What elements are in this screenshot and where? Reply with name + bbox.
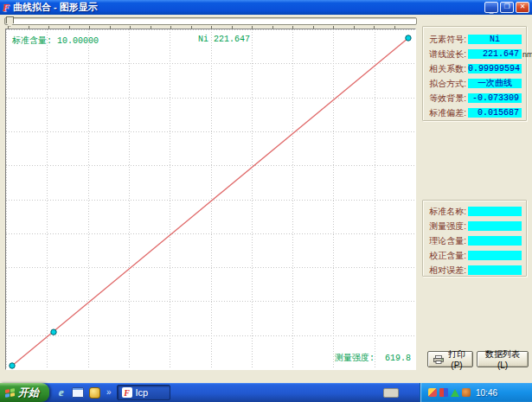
field-row-fit-method: 拟合方式: 一次曲线 <box>423 76 526 91</box>
data-list-button-label: 数据列表(L) <box>483 348 522 370</box>
theoretical-content-value <box>468 236 522 246</box>
quicklaunch-ie-icon[interactable]: e <box>55 386 67 399</box>
app-icon: F <box>3 3 10 13</box>
window-title: 曲线拟合 - 图形显示 <box>13 1 98 14</box>
chart-grid <box>6 29 415 369</box>
maximize-icon: ❐ <box>503 3 510 10</box>
tray-icon-1[interactable] <box>428 388 437 397</box>
field-row-element-symbol: 元素符号: Ni <box>423 32 526 47</box>
field-label: 等效背景: <box>426 93 466 105</box>
start-button[interactable]: 开始 <box>0 383 49 402</box>
field-row-corrected-content: 校正含量: <box>423 248 526 263</box>
field-row-measured-intensity: 测量强度: <box>423 219 526 233</box>
chart-label-element-line: Ni 221.647 <box>198 35 250 44</box>
sample-info-groupbox: 标准名称: 测量强度: 理论含量: 校正含量: 相对误差: <box>422 200 527 277</box>
std-deviation-value: 0.015687 <box>468 108 522 118</box>
fit-info-groupbox: 元素符号: Ni 谱线波长: 221.647 nm 相关系数: 0.999995… <box>422 26 527 121</box>
chart-area[interactable]: 标准含量: 10.00000 Ni 221.647 测量强度: 619.8 <box>5 29 416 370</box>
field-row-std-deviation: 标准偏差: 0.015687 <box>423 105 526 120</box>
wavelength-value: 221.647 <box>468 49 522 59</box>
field-row-wavelength: 谱线波长: 221.647 nm <box>423 47 526 61</box>
task-app-icon: F <box>122 387 132 398</box>
quicklaunch-desktop-icon[interactable] <box>72 386 84 399</box>
fit-method-value: 一次曲线 <box>468 79 522 88</box>
tray-icon-4[interactable] <box>462 388 471 397</box>
chart-label-measured-intensity: 测量强度: 619.8 <box>335 352 411 364</box>
data-point-marker[interactable] <box>406 35 411 41</box>
quicklaunch-app-icon[interactable] <box>88 386 100 399</box>
field-label: 元素符号: <box>426 34 466 46</box>
close-button[interactable]: ✕ <box>516 2 529 13</box>
data-point-marker[interactable] <box>10 363 15 368</box>
field-label: 理论含量: <box>426 235 466 247</box>
field-row-standard-name: 标准名称: <box>423 204 526 219</box>
tray-icon-2[interactable] <box>439 388 448 397</box>
wavelength-unit: nm <box>522 50 532 59</box>
print-button[interactable]: 打印(P) <box>427 351 473 367</box>
screen: F 曲线拟合 - 图形显示 _ ❐ ✕ 标准含量: 10.00000 Ni 22… <box>0 0 532 402</box>
tray-icon-3[interactable] <box>451 389 459 397</box>
maximize-button[interactable]: ❐ <box>500 2 514 13</box>
field-label: 标准偏差: <box>426 107 466 119</box>
minimize-icon: _ <box>490 7 493 14</box>
taskbar: 开始 e » F Icp 10:46 <box>0 383 532 402</box>
data-point-marker[interactable] <box>51 329 56 335</box>
data-list-button[interactable]: 数据列表(L) <box>477 351 529 367</box>
task-button-icp[interactable]: F Icp <box>117 385 170 400</box>
field-row-background: 等效背景: -0.073309 <box>423 91 526 105</box>
task-button-label: Icp <box>136 387 149 398</box>
print-button-label: 打印(P) <box>446 348 467 370</box>
zoom-slider[interactable] <box>4 16 417 29</box>
element-symbol-value: Ni <box>468 35 522 44</box>
field-label: 相对误差: <box>426 265 466 277</box>
chart-label-standard-content: 标准含量: 10.00000 <box>12 35 99 47</box>
slider-track[interactable] <box>4 17 417 25</box>
field-label: 标准名称: <box>426 206 466 218</box>
field-row-correlation: 相关系数: 0.99999594 <box>423 61 526 76</box>
field-label: 拟合方式: <box>426 78 466 90</box>
quick-launch-bar: e <box>49 386 105 399</box>
measured-intensity-value <box>468 221 522 231</box>
field-label: 相关系数: <box>426 63 466 75</box>
field-label: 测量强度: <box>426 220 466 233</box>
chart-svg[interactable] <box>6 29 415 369</box>
background-value: -0.073309 <box>468 93 522 103</box>
titlebar[interactable]: F 曲线拟合 - 图形显示 _ ❐ ✕ <box>0 0 532 15</box>
tray-clock[interactable]: 10:46 <box>476 388 497 398</box>
field-label: 校正含量: <box>426 250 466 262</box>
relative-error-value <box>468 265 522 275</box>
corrected-content-value <box>468 251 522 260</box>
language-toolbar-chip[interactable] <box>383 388 399 398</box>
field-row-relative-error: 相对误差: <box>423 263 526 278</box>
field-row-theoretical-content: 理论含量: <box>423 233 526 248</box>
minimize-button[interactable]: _ <box>484 2 498 13</box>
overflow-chevron-icon[interactable]: » <box>106 388 112 397</box>
app-window: F 曲线拟合 - 图形显示 _ ❐ ✕ 标准含量: 10.00000 Ni 22… <box>0 0 532 383</box>
correlation-value: 0.99999594 <box>468 64 522 73</box>
window-controls: _ ❐ ✕ <box>484 2 529 13</box>
windows-flag-icon <box>5 388 15 398</box>
printer-icon <box>433 355 444 364</box>
fit-line <box>12 38 408 366</box>
standard-name-value <box>468 207 522 216</box>
close-icon: ✕ <box>520 3 526 10</box>
field-label: 谱线波长: <box>426 48 466 61</box>
system-tray: 10:46 <box>420 383 532 402</box>
start-button-label: 开始 <box>18 386 39 400</box>
